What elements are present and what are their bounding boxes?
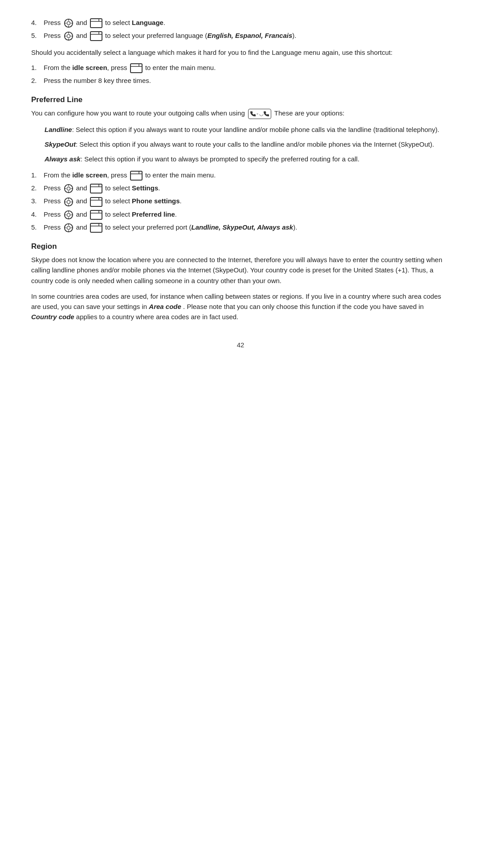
menu-icon-pl3: [90, 197, 102, 207]
landline-colon: : Select this option if you always want …: [72, 126, 440, 133]
preferred-line-intro: You can configure how you want to route …: [31, 108, 450, 119]
nav-icon-pl2: [64, 184, 73, 193]
to-select-lang-text: to select your preferred language (Engli…: [105, 32, 296, 39]
pl-step-num-1: 1.: [31, 170, 44, 181]
menu-icon-pl5: [90, 223, 102, 233]
step-num-5: 5.: [31, 31, 44, 41]
phone-icon: [250, 111, 256, 116]
region-para2-after: applies to a country where area codes ar…: [76, 313, 238, 321]
menu-icon-pl1: [130, 171, 143, 181]
nav-icon-pl3: [64, 197, 73, 207]
and-text-4: and: [76, 19, 89, 26]
menu-icon-shortcut-1: [130, 63, 143, 73]
idle-screen-bold-pl1: idle screen: [72, 171, 107, 179]
area-code-bold: Area code: [149, 303, 181, 310]
pl-step-num-5: 5.: [31, 222, 44, 233]
step-content-5: Press and to select your preferred langu…: [44, 31, 450, 41]
page-number: 42: [31, 340, 450, 350]
pl-step-3: 3. Press and to select Phone settings.: [31, 196, 450, 206]
menu-icon-4: [90, 18, 102, 28]
wave-icon: ◡: [259, 110, 264, 118]
pl-step-4: 4. Press and to select Preferred line.: [31, 210, 450, 220]
pl-step-content-2: Press and to select Settings.: [44, 183, 450, 193]
landline-option: Landline: Select this option if you alwa…: [45, 124, 450, 135]
settings-bold: Settings: [132, 184, 158, 192]
always-ask-bold: Always ask: [45, 155, 81, 163]
press-text-4: Press: [44, 19, 61, 26]
phone-icon-2: [264, 111, 269, 116]
shortcut-step-num-1: 1.: [31, 63, 44, 73]
to-select-text-4: to select Language.: [105, 19, 165, 26]
preferred-line-bold: Preferred line: [132, 210, 175, 218]
phone-settings-bold: Phone settings: [132, 197, 180, 205]
menu-icon-5: [90, 31, 102, 41]
phone-combo-icon: - ◡: [248, 109, 271, 119]
idle-screen-bold-1: idle screen: [72, 64, 107, 71]
step-4-language: 4. Press and to select Language.: [31, 18, 450, 28]
region-para-1: Skype does not know the location where y…: [31, 255, 450, 286]
step-content-4: Press and to select Language.: [44, 18, 450, 28]
shortcut-step-content-1: From the idle screen, press to enter the…: [44, 63, 450, 73]
step-5-language: 5. Press and to select your preferred la…: [31, 31, 450, 41]
shortcut-step-content-2: Press the number 8 key three times.: [44, 76, 450, 86]
always-ask-option: Always ask: Select this option if you wa…: [45, 154, 450, 164]
preferred-line-title: Preferred Line: [31, 94, 450, 106]
always-ask-text: : Select this option if you want to alwa…: [81, 155, 359, 163]
menu-icon-pl2: [90, 184, 102, 193]
country-code-bold: Country code: [31, 313, 74, 321]
skypeout-bold: SkypeOut: [45, 140, 76, 148]
pl-step-content-3: Press and to select Phone settings.: [44, 196, 450, 206]
lang-options-bold: English, Espanol, Francais: [207, 32, 292, 39]
region-title: Region: [31, 241, 450, 252]
and-text-5: and: [76, 32, 89, 39]
preferred-line-intro-text: You can configure how you want to route …: [31, 109, 247, 117]
landline-bold: Landline: [45, 126, 72, 133]
pl-step-content-5: Press and to select your preferred port …: [44, 222, 450, 233]
skypeout-text: : Select this option if you always want …: [76, 140, 434, 148]
menu-icon-pl4: [90, 210, 102, 220]
skypeout-option: SkypeOut: Select this option if you alwa…: [45, 139, 450, 149]
nav-icon-5: [64, 31, 73, 41]
phone-dash: -: [257, 110, 258, 118]
shortcut-intro-para: Should you accidentally select a languag…: [31, 47, 450, 58]
pl-step-content-4: Press and to select Preferred line.: [44, 210, 450, 220]
shortcut-step-1: 1. From the idle screen, press to enter …: [31, 63, 450, 73]
preferred-line-steps: 1. From the idle screen, press to enter …: [31, 170, 450, 232]
nav-icon-4: [64, 18, 73, 28]
nav-icon-pl4: [64, 210, 73, 220]
preferred-port-options-bold: Landline, SkypeOut, Always ask: [191, 223, 293, 231]
region-para2-mid: . Please note that you can only choose t…: [183, 303, 424, 310]
shortcut-step-num-2: 2.: [31, 76, 44, 86]
language-bold: Language: [132, 19, 163, 26]
preferred-line-intro2: These are your options:: [274, 109, 345, 117]
step-num-4: 4.: [31, 18, 44, 28]
pl-step-num-4: 4.: [31, 210, 44, 220]
pl-step-5: 5. Press and to select your preferred po…: [31, 222, 450, 233]
pl-step-1: 1. From the idle screen, press to enter …: [31, 170, 450, 181]
pl-step-num-2: 2.: [31, 183, 44, 193]
shortcut-step-2: 2. Press the number 8 key three times.: [31, 76, 450, 86]
pl-step-2: 2. Press and to select Settings.: [31, 183, 450, 193]
region-para-2: In some countries area codes are used, f…: [31, 291, 450, 322]
press-text-5: Press: [44, 32, 61, 39]
pl-step-content-1: From the idle screen, press to enter the…: [44, 170, 450, 181]
nav-icon-pl5: [64, 223, 73, 233]
pl-step-num-3: 3.: [31, 196, 44, 206]
